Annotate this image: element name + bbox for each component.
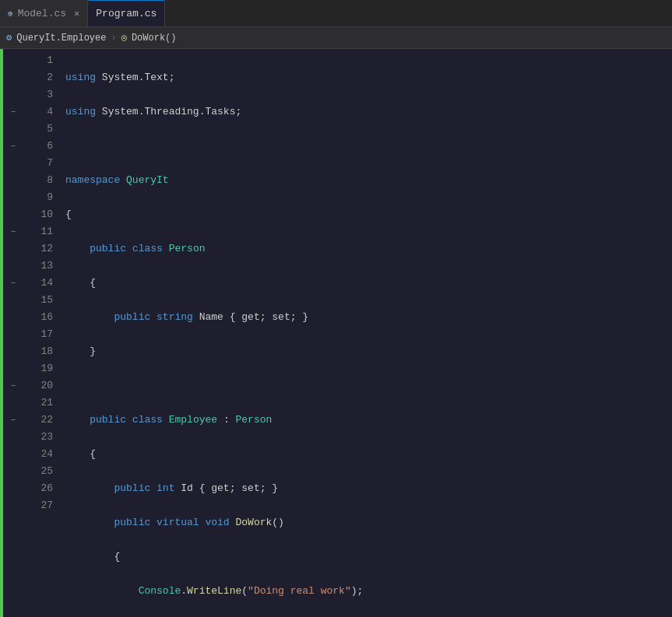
code-line-7: { [65, 275, 672, 292]
tab-program[interactable]: Program.cs [88, 0, 165, 26]
code-line-16: Console.WriteLine("Doing real work"); [65, 583, 672, 600]
fold-employee[interactable]: − [8, 226, 19, 237]
breadcrumb-method[interactable]: DoWork() [132, 33, 177, 44]
tab-bar: ⊕ Model.cs ✕ Program.cs [0, 0, 672, 27]
code-area: − − − − − − 1 2 3 4 5 6 7 8 9 10 11 [0, 49, 672, 617]
code-line-13: public int Id { get; set; } [65, 480, 672, 497]
green-bar [0, 49, 3, 617]
code-line-9: } [65, 343, 672, 360]
breadcrumb-method-icon: ◎ [121, 32, 127, 44]
line-numbers: 1 2 3 4 5 6 7 8 9 10 11 12 13 14 15 16 1… [20, 49, 59, 617]
tab-pin-icon: ⊕ [8, 9, 13, 19]
code-line-5: { [65, 206, 672, 223]
breadcrumb-bar: ⚙ QueryIt.Employee › ◎ DoWork() [0, 27, 672, 49]
breadcrumb-namespace[interactable]: QueryIt.Employee [16, 33, 106, 44]
code-line-12: { [65, 446, 672, 463]
fold-dowork[interactable]: − [8, 278, 19, 289]
code-line-11: public class Employee : Person [65, 412, 672, 429]
breadcrumb-ns-icon: ⚙ [6, 32, 12, 44]
breadcrumb-separator: › [111, 33, 116, 44]
fold-person[interactable]: − [8, 141, 19, 152]
tab-model[interactable]: ⊕ Model.cs ✕ [0, 0, 88, 26]
fold-manager[interactable]: − [8, 380, 19, 391]
code-line-3 [65, 138, 672, 155]
code-line-14: public virtual void DoWork() [65, 514, 672, 531]
code-line-4: namespace QueryIt [65, 172, 672, 189]
code-line-8: public string Name { get; set; } [65, 309, 672, 326]
tab-label-program: Program.cs [96, 8, 157, 19]
fold-namespace[interactable]: − [8, 107, 19, 117]
tab-label-model: Model.cs [18, 8, 66, 19]
fold-dowork2[interactable]: − [8, 415, 19, 426]
code-line-2: using System.Threading.Tasks; [65, 103, 672, 121]
code-line-15: { [65, 549, 672, 566]
code-line-6: public class Person [65, 240, 672, 258]
tab-close-model[interactable]: ✕ [74, 8, 79, 19]
code-line-1: using System.Text; [65, 69, 672, 86]
code-line-10 [65, 377, 672, 394]
fold-gutter: − − − − − − [6, 49, 20, 617]
green-bar-gutter [0, 49, 6, 617]
code-content[interactable]: using System.Text; using System.Threadin… [59, 49, 672, 617]
